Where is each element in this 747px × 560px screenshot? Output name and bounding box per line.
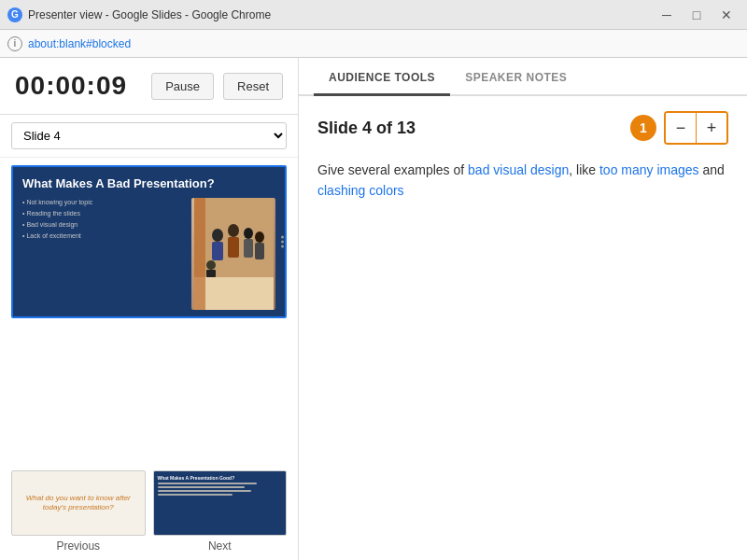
info-icon: i xyxy=(7,36,22,51)
svg-rect-4 xyxy=(212,242,223,260)
slide-info-text: Slide 4 of 13 xyxy=(317,119,630,138)
slide-selector-area: Slide 4 Slide 1 Slide 2 Slide 3 Slide 5 xyxy=(0,115,298,158)
font-size-box: − + xyxy=(664,111,728,145)
window-controls: ─ □ ✕ xyxy=(654,5,740,25)
next-thumb: What Makes A Presentation Good? xyxy=(153,470,288,536)
next-line-1 xyxy=(158,483,258,484)
next-label: Next xyxy=(208,539,232,553)
svg-rect-1 xyxy=(194,277,274,310)
pause-button[interactable]: Pause xyxy=(151,73,214,100)
close-button[interactable]: ✕ xyxy=(713,5,740,25)
minimize-button[interactable]: ─ xyxy=(654,5,680,25)
notes-highlight2: too many images xyxy=(599,162,699,177)
drag-handle[interactable] xyxy=(279,234,285,250)
right-panel: AUDIENCE TOOLS SPEAKER NOTES Slide 4 of … xyxy=(299,58,747,560)
main-container: 00:00:09 Pause Reset Slide 4 Slide 1 Sli… xyxy=(0,58,747,560)
svg-rect-10 xyxy=(255,243,264,259)
timer-area: 00:00:09 Pause Reset xyxy=(0,58,298,115)
next-line-3 xyxy=(158,490,251,492)
notes-highlight3: clashing colors xyxy=(317,183,404,198)
title-bar: G Presenter view - Google Slides - Googl… xyxy=(0,0,747,30)
bullet-3: • Bad visual design xyxy=(22,220,184,229)
svg-point-11 xyxy=(206,260,216,270)
next-thumb-title: What Makes A Presentation Good? xyxy=(158,475,283,481)
next-line-2 xyxy=(158,486,245,488)
bullet-1: • Not knowing your topic xyxy=(22,198,184,206)
next-thumb-lines xyxy=(158,483,283,496)
content-area: Slide 4 of 13 1 − + Give several example… xyxy=(299,96,747,560)
previous-slide-item[interactable]: What do you want to know after today's p… xyxy=(11,470,146,553)
font-increase-button[interactable]: + xyxy=(697,113,726,143)
slide-preview-content: What Makes A Bad Presentation? • Not kno… xyxy=(13,167,285,316)
notes-part2: , like xyxy=(569,162,599,177)
next-line-4 xyxy=(158,494,233,496)
next-slide-item[interactable]: What Makes A Presentation Good? Next xyxy=(153,470,288,553)
tab-speaker-notes[interactable]: SPEAKER NOTES xyxy=(450,58,582,96)
svg-point-7 xyxy=(244,228,253,239)
notes-text: Give several examples of bad visual desi… xyxy=(317,160,728,202)
svg-rect-12 xyxy=(206,270,216,277)
window-title: Presenter view - Google Slides - Google … xyxy=(28,8,654,21)
font-controls: 1 − + xyxy=(630,111,728,145)
slide-select[interactable]: Slide 4 Slide 1 Slide 2 Slide 3 Slide 5 xyxy=(11,122,287,149)
svg-rect-8 xyxy=(244,239,253,258)
svg-rect-2 xyxy=(194,198,205,310)
notes-part1: Give several examples of xyxy=(317,162,468,177)
prev-thumb-text: What do you want to know after today's p… xyxy=(18,494,139,513)
slide-image xyxy=(191,198,275,310)
slide-image-inner xyxy=(191,198,275,310)
bullet-4: • Lack of excitement xyxy=(22,231,184,240)
left-panel: 00:00:09 Pause Reset Slide 4 Slide 1 Sli… xyxy=(0,58,299,560)
timer-display: 00:00:09 xyxy=(15,71,142,101)
slide-preview-title: What Makes A Bad Presentation? xyxy=(22,176,275,190)
next-thumb-content: What Makes A Presentation Good? xyxy=(154,471,287,535)
font-decrease-button[interactable]: − xyxy=(666,113,696,143)
tabs-bar: AUDIENCE TOOLS SPEAKER NOTES xyxy=(299,58,747,96)
tab-audience-tools[interactable]: AUDIENCE TOOLS xyxy=(314,58,450,96)
svg-point-5 xyxy=(228,224,239,237)
reset-button[interactable]: Reset xyxy=(223,73,283,100)
address-bar: i about:blank#blocked xyxy=(0,30,747,58)
svg-point-3 xyxy=(212,229,223,242)
current-slide-preview: What Makes A Bad Presentation? • Not kno… xyxy=(11,165,287,318)
address-text: about:blank#blocked xyxy=(28,37,131,50)
audience-svg xyxy=(194,198,274,310)
slide-bullets: • Not knowing your topic • Reading the s… xyxy=(22,198,184,310)
app-icon: G xyxy=(7,7,22,22)
maximize-button[interactable]: □ xyxy=(684,5,710,25)
previous-thumb: What do you want to know after today's p… xyxy=(11,470,146,536)
previous-label: Previous xyxy=(56,539,100,553)
notes-highlight1: bad visual design xyxy=(468,162,569,177)
font-badge: 1 xyxy=(630,115,656,141)
notes-part3: and xyxy=(699,162,725,177)
slide-info-header: Slide 4 of 13 1 − + xyxy=(317,111,728,145)
slide-body: • Not knowing your topic • Reading the s… xyxy=(22,198,275,310)
svg-point-9 xyxy=(255,231,264,243)
nav-thumbnails: What do you want to know after today's p… xyxy=(0,463,298,560)
bullet-2: • Reading the slides xyxy=(22,209,184,217)
svg-rect-6 xyxy=(228,237,239,258)
